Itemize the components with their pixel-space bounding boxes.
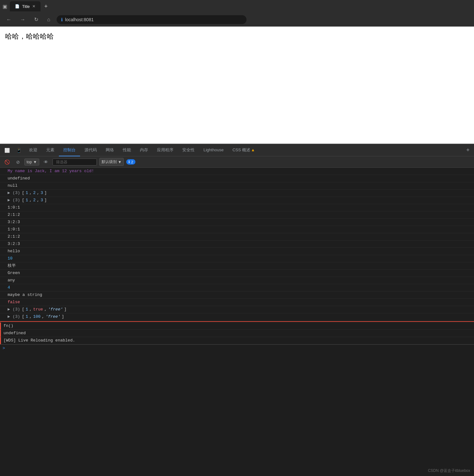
console-array-line: ▶ (3) [ 1, 2, 3 ] — [0, 197, 474, 204]
tab-security[interactable]: 安全性 — [178, 144, 199, 156]
tab-title: Title — [22, 4, 30, 9]
console-error-divider — [0, 321, 474, 322]
console-line: any — [0, 277, 474, 284]
filter-input[interactable] — [53, 159, 97, 166]
tab-performance[interactable]: 性能 — [118, 144, 135, 156]
console-output: My name is Jack, I am 12 years old! unde… — [0, 168, 474, 370]
context-label: top — [27, 160, 32, 164]
tab-icon: 📄 — [15, 4, 20, 9]
tab-lighthouse[interactable]: Lighthouse — [199, 144, 228, 156]
devtools-panel: ⬜ 📱 欢迎 元素 控制台 源代码 网络 性能 内存 应用程序 安全性 Ligh — [0, 144, 474, 370]
console-line: 2:1:2 — [0, 233, 474, 241]
array-expand-icon[interactable]: ▶ — [8, 190, 10, 196]
level-selector[interactable]: 默认级别 ▼ — [99, 158, 124, 166]
tab-application[interactable]: 应用程序 — [153, 144, 178, 156]
devtools-toolbar: 🚫 ⊘ top ▼ 👁 默认级别 ▼ ℹ 2 — [0, 156, 474, 168]
page-content: 哈哈，哈哈哈哈 — [0, 27, 474, 144]
console-array-line: ▶ (3) [ 1, 100, 'free' ] — [0, 313, 474, 321]
console-line: 3:2:3 — [0, 241, 474, 248]
console-block-line: undefined — [0, 330, 474, 337]
console-block-line: fn() — [0, 323, 474, 330]
window-controls: ▣ — [3, 3, 7, 9]
home-button[interactable]: ⌂ — [45, 16, 53, 24]
console-line: 10 — [0, 255, 474, 262]
devtools-tabbar: ⬜ 📱 欢迎 元素 控制台 源代码 网络 性能 内存 应用程序 安全性 Ligh — [0, 144, 474, 156]
console-array-line: ▶ (3) [ 1, 2, 3 ] — [0, 190, 474, 197]
console-prompt: > — [3, 346, 5, 351]
eye-button[interactable]: 👁 — [42, 158, 50, 166]
console-line: 枝半 — [0, 262, 474, 270]
console-line: Green — [0, 270, 474, 277]
warning-badge: ▲ — [251, 147, 255, 152]
console-line: false — [0, 299, 474, 306]
tab-bar: 📄 Title ✕ + — [10, 1, 471, 11]
address-bar: ← → ↻ ⌂ ℹ localhost:8081 — [0, 13, 474, 27]
tab-css-overview[interactable]: CSS 概述 ▲ — [228, 144, 259, 156]
array-expand-icon[interactable]: ▶ — [8, 314, 10, 320]
window-icon: ▣ — [3, 3, 7, 9]
console-block-line: [WDS] Live Reloading enabled. — [0, 337, 474, 344]
filter-toggle-button[interactable]: ⊘ — [14, 158, 22, 166]
console-line: 1:0:1 — [0, 226, 474, 233]
console-line: maybe a string — [0, 291, 474, 299]
console-array-line: ▶ (3) [ 1, true, 'free' ] — [0, 306, 474, 313]
refresh-button[interactable]: ↻ — [32, 15, 41, 24]
tab-network[interactable]: 网络 — [101, 144, 118, 156]
tab-elements[interactable]: 元素 — [42, 144, 59, 156]
address-text: localhost:8081 — [65, 17, 94, 22]
console-line: 3:2:3 — [0, 219, 474, 226]
array-expand-icon[interactable]: ▶ — [8, 307, 10, 312]
devtools-add-tab-button[interactable]: + — [463, 146, 473, 155]
info-icon: ℹ — [61, 17, 63, 22]
level-chevron: ▼ — [118, 160, 122, 164]
badge-icon: ℹ — [128, 160, 130, 164]
console-line: My name is Jack, I am 12 years old! — [0, 168, 474, 175]
console-line: undefined — [0, 175, 474, 182]
browser-titlebar: ▣ 📄 Title ✕ + — [0, 0, 474, 13]
tab-memory[interactable]: 内存 — [135, 144, 153, 156]
tab-sources[interactable]: 源代码 — [80, 144, 101, 156]
level-label: 默认级别 — [102, 159, 117, 165]
context-selector[interactable]: top ▼ — [24, 159, 39, 166]
console-line: 4 — [0, 284, 474, 291]
console-input-line[interactable]: > — [0, 344, 474, 352]
devtools-device-icon[interactable]: 📱 — [13, 146, 25, 155]
context-chevron: ▼ — [33, 160, 37, 164]
page-text: 哈哈，哈哈哈哈 — [5, 32, 54, 41]
forward-button[interactable]: → — [18, 16, 28, 24]
back-button[interactable]: ← — [4, 16, 14, 24]
console-line: 1:0:1 — [0, 204, 474, 211]
tab-console[interactable]: 控制台 — [59, 144, 80, 156]
array-expand-icon[interactable]: ▶ — [8, 197, 10, 203]
messages-badge[interactable]: ℹ 2 — [126, 159, 135, 165]
browser-tab-active[interactable]: 📄 Title ✕ — [10, 1, 41, 11]
clear-console-button[interactable]: 🚫 — [3, 158, 12, 166]
console-line: null — [0, 182, 474, 190]
watermark: CSDN @蓝盒子itbluebox — [428, 468, 470, 473]
badge-count: 2 — [131, 160, 133, 164]
tab-welcome[interactable]: 欢迎 — [25, 144, 42, 156]
devtools-inspect-icon[interactable]: ⬜ — [1, 146, 13, 155]
tab-close-btn[interactable]: ✕ — [32, 4, 35, 9]
devtools-body: My name is Jack, I am 12 years old! unde… — [0, 168, 474, 370]
new-tab-button[interactable]: + — [42, 2, 50, 11]
console-line: hello — [0, 248, 474, 255]
address-input-wrap[interactable]: ℹ localhost:8081 — [57, 15, 246, 24]
console-line: 2:1:2 — [0, 211, 474, 219]
